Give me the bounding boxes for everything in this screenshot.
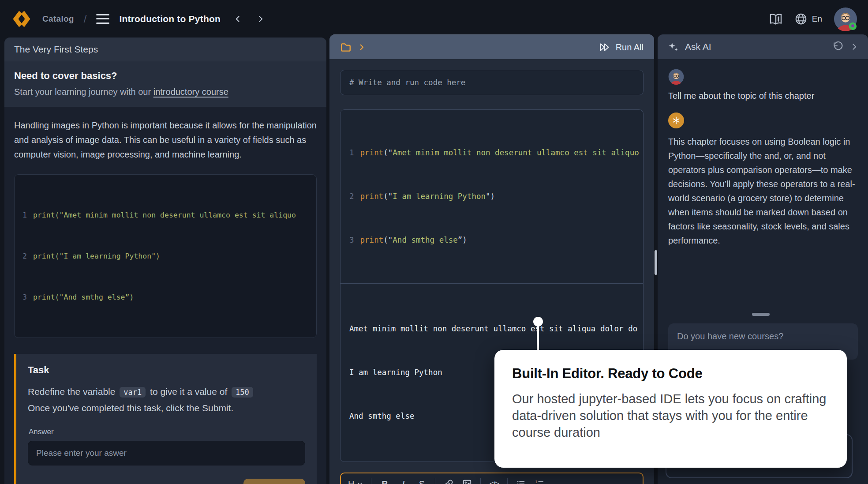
lesson-paragraph: Handling images in Python is important b… <box>14 118 317 162</box>
lesson-code-block: 1print("Amet minim mollit non deserunt u… <box>14 174 317 338</box>
code-line: 2print("I am learning Python") <box>349 189 634 204</box>
chat-thread: Tell me about the topic of this chapter … <box>658 59 868 248</box>
code-line: 1print("Amet minim mollit non deserunt u… <box>349 146 634 160</box>
bullet-list-icon <box>516 479 526 484</box>
italic-button[interactable]: I <box>398 477 408 484</box>
lesson-panel: The Very First Steps Need to cover basic… <box>4 38 326 484</box>
value-chip: 150 <box>232 387 253 398</box>
basics-text: Start your learning journey with our <box>14 87 153 97</box>
glossary-book-icon[interactable] <box>769 12 783 26</box>
image-button[interactable] <box>462 477 472 484</box>
submit-button[interactable]: Submit <box>243 479 305 484</box>
chapters-menu-icon[interactable] <box>96 14 109 24</box>
chevron-down-icon <box>357 481 363 484</box>
app-root: Catalog / Introduction to Python <box>0 0 868 484</box>
tooltip-connector-line <box>537 325 539 352</box>
scratch-cell[interactable]: # Write and run code here <box>340 70 644 95</box>
code-line: 3print("And smthg else”) <box>22 290 308 304</box>
var-chip: var1 <box>120 387 146 398</box>
run-all-icon <box>599 42 611 53</box>
code-button[interactable]: </> <box>489 477 499 484</box>
tooltip-title: Built-In Editor. Ready to Code <box>512 366 829 382</box>
link-button[interactable] <box>443 477 454 484</box>
rte-toolbar: H B I S <box>341 473 643 484</box>
introductory-course-link[interactable]: introductory course <box>153 87 228 97</box>
collapse-panel-button[interactable] <box>849 42 858 51</box>
ai-response: This chapter focuses on using Boolean lo… <box>668 135 857 248</box>
prev-chapter-button[interactable] <box>234 15 243 23</box>
editor-toolbar: Run All <box>329 34 654 59</box>
breadcrumb-catalog[interactable]: Catalog <box>42 14 74 24</box>
tooltip-anchor-dot <box>533 317 543 326</box>
rich-text-editor: H B I S <box>340 473 644 484</box>
numbered-list-icon: 1 2 <box>535 479 544 484</box>
code-line: 1print("Amet minim mollit non deserunt u… <box>22 208 308 222</box>
run-all-button[interactable]: Run All <box>599 42 644 53</box>
bold-button[interactable]: B <box>379 477 390 484</box>
code-line: 2print("I am learning Python") <box>22 249 308 263</box>
reset-chat-button[interactable] <box>832 41 843 53</box>
answer-label: Answer <box>29 428 305 436</box>
ask-ai-title: Ask AI <box>685 41 711 52</box>
bullet-list-button[interactable] <box>516 477 526 484</box>
user-message-avatar <box>668 69 684 85</box>
topbar: Catalog / Introduction to Python <box>0 0 868 38</box>
task-title: Task <box>28 364 305 376</box>
chevron-right-icon <box>256 15 265 23</box>
task-card: Task Redefine the variable var1 to give … <box>14 354 317 484</box>
scrollbar-thumb[interactable] <box>655 250 657 275</box>
task-instruction: Redefine the variable var1 to give it a … <box>28 384 305 400</box>
breadcrumb-separator: / <box>84 13 87 25</box>
svg-text:1: 1 <box>535 480 538 484</box>
folder-icon[interactable] <box>340 41 352 53</box>
language-globe-icon[interactable] <box>794 12 808 26</box>
chevron-right-icon <box>849 42 858 51</box>
brand-logo-icon[interactable] <box>11 9 32 29</box>
link-icon <box>444 479 453 484</box>
basics-title: Need to cover basics? <box>14 70 317 82</box>
basics-banner: Need to cover basics? Start your learnin… <box>4 61 326 107</box>
next-chapter-button[interactable] <box>256 15 265 23</box>
heading-button[interactable]: H <box>348 477 363 484</box>
task-instruction-2: Once you've completed this task, click t… <box>28 400 305 416</box>
course-title: Introduction to Python <box>119 14 221 24</box>
lesson-title: The Very First Steps <box>4 38 326 61</box>
expand-files-chevron-icon[interactable] <box>358 43 366 51</box>
language-label[interactable]: En <box>812 14 822 24</box>
refresh-icon <box>832 41 843 53</box>
numbered-list-button[interactable]: 1 2 <box>534 477 545 484</box>
ai-assistant-avatar <box>668 113 684 128</box>
answer-input[interactable] <box>28 441 305 465</box>
image-icon <box>462 479 472 484</box>
user-message: Tell me about the topic of this chapter <box>668 91 857 101</box>
tooltip-body: Our hosted jupyter-based IDE lets you fo… <box>512 390 829 441</box>
strikethrough-button[interactable]: S <box>416 477 427 484</box>
code-line: 3print("And smthg else”) <box>349 233 634 248</box>
ask-ai-header: Ask AI <box>658 34 868 59</box>
sparkles-icon <box>667 41 679 53</box>
chevron-left-icon <box>234 15 243 23</box>
run-all-label: Run All <box>616 42 644 53</box>
chat-resize-handle[interactable] <box>752 313 770 316</box>
user-avatar[interactable] <box>834 7 857 31</box>
ai-logo-icon <box>672 116 681 125</box>
walkthrough-tooltip: Built-In Editor. Ready to Code Our hoste… <box>494 350 847 468</box>
